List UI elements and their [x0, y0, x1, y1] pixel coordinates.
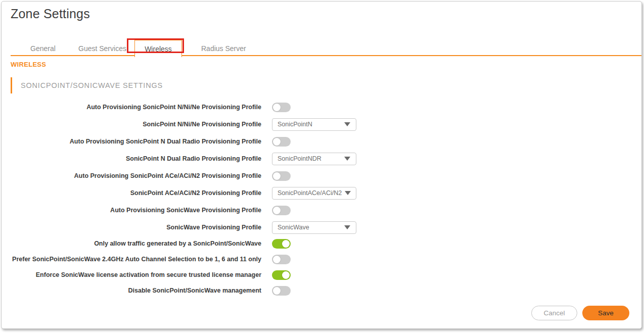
- setting-control: [272, 137, 291, 147]
- setting-toggle[interactable]: [272, 239, 291, 249]
- setting-label: SonicPoint N/Ni/Ne Provisioning Profile: [2, 121, 261, 128]
- chevron-down-icon: [345, 191, 351, 195]
- dropdown-value: SonicPointACe/ACi/N2: [278, 189, 342, 197]
- settings-row: SonicWave Provisioning ProfileSonicWave: [2, 219, 641, 236]
- setting-label: Auto Provisioning SonicPoint N Dual Radi…: [2, 138, 261, 145]
- tab-bar: General Guest Services Radius Server Wir…: [11, 40, 641, 56]
- setting-label-text: Prefer SonicPoint/SonicWave 2.4GHz Auto …: [12, 256, 261, 263]
- setting-control: [272, 255, 291, 264]
- setting-toggle[interactable]: [272, 206, 291, 215]
- setting-label: SonicPoint N Dual Radio Provisioning Pro…: [2, 155, 261, 162]
- settings-row: Only allow traffic generated by a SonicP…: [2, 235, 641, 252]
- setting-control: [272, 286, 291, 296]
- setting-label: SonicPoint ACe/ACi/N2 Provisioning Profi…: [2, 189, 261, 197]
- setting-dropdown[interactable]: SonicPointN: [272, 118, 356, 131]
- toggle-knob: [273, 207, 281, 214]
- wireless-heading: WIRELESS: [11, 61, 46, 68]
- setting-dropdown[interactable]: SonicPointACe/ACi/N2: [272, 187, 356, 200]
- toggle-knob: [282, 271, 290, 279]
- toggle-knob: [273, 287, 281, 295]
- settings-row: SonicPoint ACe/ACi/N2 Provisioning Profi…: [2, 184, 641, 202]
- settings-row: Auto Provisioning SonicPoint ACe/ACi/N2 …: [2, 167, 641, 184]
- setting-control: [272, 270, 291, 280]
- setting-label-text: Auto Provisioning SonicPoint N/Ni/Ne Pro…: [86, 104, 261, 111]
- setting-label: Auto Provisioning SonicPoint ACe/ACi/N2 …: [2, 172, 261, 179]
- setting-label: Disable SonicPoint/SonicWave management: [2, 287, 261, 294]
- setting-control: [272, 239, 291, 249]
- setting-label-text: SonicPoint N Dual Radio Provisioning Pro…: [126, 155, 261, 162]
- setting-control: [272, 206, 291, 215]
- settings-row: SonicPoint N Dual Radio Provisioning Pro…: [2, 150, 641, 167]
- setting-toggle[interactable]: [272, 103, 291, 112]
- chevron-down-icon: [344, 157, 350, 161]
- settings-row: Auto Provisioning SonicPoint N Dual Radi…: [2, 133, 641, 150]
- setting-label-text: Auto Provisioning SonicWave Provisioning…: [110, 207, 261, 214]
- setting-label-text: SonicPoint N/Ni/Ne Provisioning Profile: [143, 121, 261, 128]
- dropdown-value: SonicWave: [278, 224, 309, 231]
- footer-actions: Cancel Save: [531, 306, 629, 320]
- dropdown-value: SonicPointNDR: [278, 155, 321, 162]
- setting-label: Auto Provisioning SonicPoint N/Ni/Ne Pro…: [2, 104, 261, 111]
- setting-label-text: Enforce SonicWave license activation fro…: [36, 271, 261, 278]
- dropdown-value: SonicPointN: [278, 121, 312, 128]
- setting-dropdown[interactable]: SonicWave: [272, 221, 356, 234]
- setting-toggle[interactable]: [272, 255, 291, 264]
- tab-general[interactable]: General: [30, 44, 56, 53]
- tab-radius-server[interactable]: Radius Server: [201, 44, 246, 53]
- tab-guest-services[interactable]: Guest Services: [78, 44, 126, 53]
- chevron-down-icon: [344, 122, 350, 126]
- setting-label: Only allow traffic generated by a SonicP…: [2, 240, 261, 247]
- setting-label-text: SonicPoint ACe/ACi/N2 Provisioning Profi…: [130, 189, 261, 197]
- tab-wireless[interactable]: Wireless: [134, 40, 182, 57]
- zone-settings-dialog: Zone Settings General Guest Services Rad…: [1, 1, 642, 329]
- setting-control: [272, 103, 291, 112]
- settings-row: Enforce SonicWave license activation fro…: [2, 266, 641, 283]
- section-header-label: SONICPOINT/SONICWAVE SETTINGS: [21, 81, 163, 89]
- setting-label-text: Auto Provisioning SonicPoint N Dual Radi…: [70, 138, 261, 145]
- setting-label: SonicWave Provisioning Profile: [2, 224, 261, 231]
- cancel-button[interactable]: Cancel: [531, 306, 577, 320]
- setting-toggle[interactable]: [272, 270, 291, 280]
- setting-label-text: SonicWave Provisioning Profile: [166, 224, 261, 231]
- tab-wireless-label: Wireless: [145, 45, 172, 53]
- setting-control: SonicPointNDR: [272, 153, 356, 165]
- chevron-down-icon: [344, 225, 350, 229]
- setting-control: [272, 171, 291, 181]
- toggle-knob: [273, 104, 281, 111]
- toggle-knob: [282, 240, 290, 248]
- setting-label: Prefer SonicPoint/SonicWave 2.4GHz Auto …: [2, 256, 261, 263]
- setting-label-text: Disable SonicPoint/SonicWave management: [128, 287, 262, 294]
- toggle-knob: [273, 172, 281, 180]
- setting-label-text: Only allow traffic generated by a SonicP…: [94, 240, 261, 247]
- settings-row: SonicPoint N/Ni/Ne Provisioning ProfileS…: [2, 116, 641, 133]
- setting-control: SonicPointACe/ACi/N2: [272, 187, 356, 200]
- settings-row: Auto Provisioning SonicWave Provisioning…: [2, 202, 641, 219]
- toggle-knob: [273, 256, 281, 263]
- setting-label: Auto Provisioning SonicWave Provisioning…: [2, 207, 261, 214]
- page-title: Zone Settings: [11, 7, 90, 21]
- settings-row: Disable SonicPoint/SonicWave management: [2, 282, 641, 299]
- settings-row: Auto Provisioning SonicPoint N/Ni/Ne Pro…: [2, 99, 641, 116]
- settings-row: Prefer SonicPoint/SonicWave 2.4GHz Auto …: [2, 251, 641, 268]
- setting-toggle[interactable]: [272, 137, 291, 147]
- toggle-knob: [273, 138, 281, 146]
- setting-dropdown[interactable]: SonicPointNDR: [272, 153, 356, 165]
- section-header: SONICPOINT/SONICWAVE SETTINGS: [11, 77, 163, 93]
- setting-toggle[interactable]: [272, 286, 291, 296]
- save-button[interactable]: Save: [582, 306, 629, 320]
- setting-toggle[interactable]: [272, 171, 291, 181]
- setting-label: Enforce SonicWave license activation fro…: [2, 271, 261, 278]
- setting-control: SonicWave: [272, 221, 356, 234]
- setting-label-text: Auto Provisioning SonicPoint ACe/ACi/N2 …: [74, 172, 261, 179]
- setting-control: SonicPointN: [272, 118, 356, 131]
